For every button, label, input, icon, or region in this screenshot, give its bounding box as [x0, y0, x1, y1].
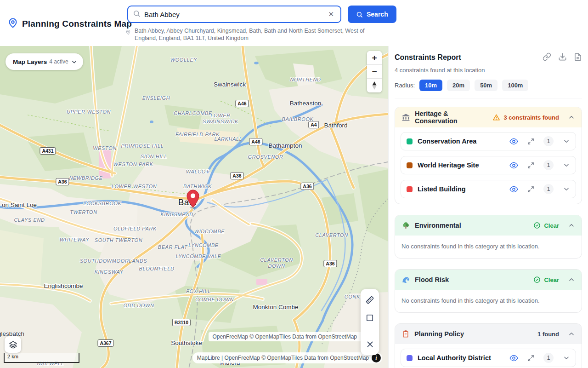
radius-option-50m[interactable]: 50m	[475, 80, 498, 91]
section-planning-policy: Planning Policy 1 found Local Authority …	[395, 323, 582, 368]
constraint-row-listed-building: Listed Building 1	[401, 180, 576, 198]
search-button[interactable]: Search	[348, 6, 396, 23]
chevron-up-icon[interactable]	[568, 114, 575, 121]
constraint-row-conservation-area: Conservation Area 1	[401, 132, 576, 150]
measure-ruler-icon[interactable]	[365, 295, 375, 305]
radius-option-100m[interactable]: 100m	[502, 80, 528, 91]
search-button-label: Search	[367, 11, 388, 18]
zoom-in-button[interactable]: +	[367, 51, 382, 65]
result-address: Bath Abbey, Abbey Churchyard, Kingsmead,…	[135, 27, 377, 42]
museum-icon	[401, 113, 410, 122]
zoom-to-extent-icon[interactable]	[527, 186, 534, 193]
chevron-up-icon[interactable]	[568, 276, 575, 283]
constraints-summary: 4 constraints found at this location	[395, 67, 582, 74]
chevron-down-icon[interactable]	[563, 161, 570, 169]
basemap-layers-button[interactable]	[5, 336, 21, 353]
section-header-heritage[interactable]: Heritage & Conservation 3 constraints fo…	[395, 107, 582, 127]
count-badge: 1	[543, 160, 554, 170]
scale-label: 2 km	[7, 354, 18, 359]
search-box: ✕	[127, 6, 341, 23]
section-header-planning-policy[interactable]: Planning Policy 1 found	[395, 324, 582, 344]
radius-option-20m[interactable]: 20m	[447, 80, 470, 91]
map-attribution-inner: OpenFreeMap © OpenMapTiles Data from Ope…	[209, 332, 361, 341]
layer-color-swatch	[407, 355, 413, 361]
section-environmental: Environmental Clear No constraints found…	[395, 215, 582, 259]
map-layers-label: Map Layers	[13, 58, 47, 65]
section-heritage-conservation: Heritage & Conservation 3 constraints fo…	[395, 107, 582, 204]
radius-label: Radius:	[395, 82, 415, 89]
map-container[interactable]: WOOLLEYSwainswickNORTHENDBatheastonENSLE…	[0, 46, 388, 368]
section-name: Planning Policy	[414, 330, 533, 338]
warning-triangle-icon	[492, 114, 500, 121]
wave-icon	[401, 276, 410, 284]
visibility-eye-icon[interactable]	[509, 354, 518, 362]
compass-button[interactable]	[367, 79, 382, 92]
visibility-eye-icon[interactable]	[509, 185, 518, 194]
map-canvas[interactable]	[0, 46, 388, 368]
radius-option-10m[interactable]: 10m	[419, 80, 442, 91]
layer-color-swatch	[407, 186, 413, 192]
radius-selector: Radius: 10m20m50m100m	[395, 80, 582, 98]
section-header-flood-risk[interactable]: Flood Risk Clear	[395, 270, 582, 290]
constraint-label: Conservation Area	[418, 138, 500, 145]
constraints-report-panel: Constraints Report 4 constraints found a…	[388, 46, 588, 368]
visibility-eye-icon[interactable]	[509, 137, 518, 146]
zoom-to-extent-icon[interactable]	[527, 355, 534, 362]
search-result[interactable]: Bath Abbey, Abbey Churchyard, Kingsmead,…	[125, 27, 377, 42]
copy-link-icon[interactable]	[543, 52, 551, 63]
empty-category-message: No constraints found in this category at…	[401, 240, 576, 253]
location-pin-icon	[125, 29, 131, 42]
section-flood-risk: Flood Risk Clear No constraints found in…	[395, 269, 582, 313]
map-attribution: MapLibre | OpenFreeMap © OpenMapTiles Da…	[192, 352, 382, 363]
zoom-to-extent-icon[interactable]	[527, 162, 534, 169]
section-name: Flood Risk	[415, 276, 529, 283]
search-input[interactable]	[144, 11, 326, 18]
chevron-down-icon[interactable]	[563, 138, 570, 145]
check-circle-icon	[533, 276, 541, 283]
constraint-label: Listed Building	[418, 185, 500, 193]
zoom-to-extent-icon[interactable]	[527, 138, 534, 145]
layer-color-swatch	[407, 138, 413, 144]
brand: Planning Constraints Map	[7, 17, 132, 30]
constraint-label: World Heritage Site	[418, 161, 500, 169]
chevron-down-icon[interactable]	[563, 185, 570, 193]
section-header-environmental[interactable]: Environmental Clear	[395, 215, 582, 236]
map-layers-active-count: 4 active	[49, 58, 68, 65]
clipboard-icon	[401, 330, 410, 338]
constraint-label: Local Authority District	[418, 354, 500, 362]
section-status: 1 found	[537, 331, 559, 338]
check-circle-icon	[533, 222, 541, 229]
page-title: Planning Constraints Map	[22, 19, 132, 29]
search-bar: ✕ Search	[127, 6, 396, 23]
layer-color-swatch	[407, 162, 413, 168]
chevron-down-icon[interactable]	[563, 354, 570, 362]
visibility-eye-icon[interactable]	[509, 161, 518, 170]
count-badge: 1	[543, 136, 554, 146]
report-title: Constraints Report	[395, 53, 461, 62]
count-badge: 1	[543, 184, 554, 194]
download-icon[interactable]	[558, 52, 567, 63]
attribution-text: MapLibre | OpenFreeMap © OpenMapTiles Da…	[197, 355, 369, 361]
close-tool-icon[interactable]	[366, 339, 374, 349]
tree-icon	[401, 221, 410, 230]
scale-bar: 2 km	[4, 353, 79, 363]
search-icon	[133, 10, 141, 19]
divider	[364, 331, 376, 331]
map-pin-logo-icon	[7, 17, 18, 30]
chevron-up-icon[interactable]	[568, 330, 575, 338]
app-header: Planning Constraints Map ✕ Search Bath A…	[0, 0, 588, 46]
empty-category-message: No constraints found in this category at…	[401, 294, 576, 308]
rectangle-tool-icon[interactable]	[365, 313, 374, 323]
section-status: Clear	[544, 276, 559, 283]
report-toolbar	[543, 52, 582, 63]
draw-tools-panel	[361, 289, 379, 355]
chevron-up-icon[interactable]	[568, 222, 575, 229]
zoom-out-button[interactable]: −	[367, 65, 382, 79]
constraint-sections: Heritage & Conservation 3 constraints fo…	[395, 98, 582, 368]
report-document-icon[interactable]	[574, 52, 582, 63]
count-badge: 1	[543, 353, 554, 363]
attribution-text: OpenFreeMap © OpenMapTiles Data from Ope…	[212, 334, 357, 340]
clear-search-icon[interactable]: ✕	[326, 9, 336, 19]
map-layers-dropdown[interactable]: Map Layers 4 active	[6, 53, 83, 70]
chevron-down-icon	[71, 58, 78, 65]
